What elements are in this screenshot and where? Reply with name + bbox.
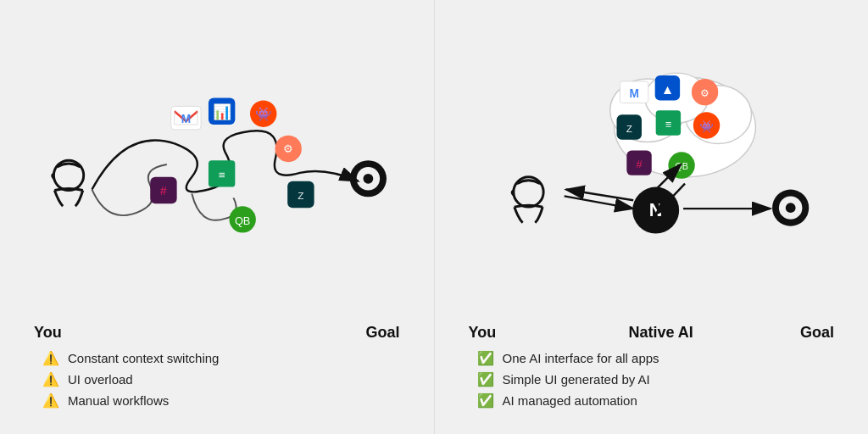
right-bullets: ✅ One AI interface for all apps ✅ Simple… xyxy=(460,342,843,417)
svg-text:▲: ▲ xyxy=(660,82,674,97)
svg-text:📊: 📊 xyxy=(213,103,232,121)
right-bullet-2: ✅ Simple UI generated by AI xyxy=(477,371,826,387)
warning-icon-2: ⚠️ xyxy=(42,371,59,387)
right-bullet-1: ✅ One AI interface for all apps xyxy=(477,350,826,366)
native-ai-node: N xyxy=(632,187,679,234)
right-bullet-text-2: Simple UI generated by AI xyxy=(503,372,650,387)
right-diagram-svg: M ▲ ⚙ Z xyxy=(460,58,843,279)
right-labels-row: You Native AI Goal xyxy=(460,324,843,342)
left-bullet-text-2: UI overload xyxy=(68,372,133,387)
svg-text:≡: ≡ xyxy=(665,118,670,131)
right-bullet-text-1: One AI interface for all apps xyxy=(503,351,659,365)
svg-text:M: M xyxy=(181,113,191,125)
left-bullet-text-3: Manual workflows xyxy=(68,393,169,408)
right-native-label: Native AI xyxy=(628,324,693,342)
left-you-label: You xyxy=(34,324,62,342)
svg-text:👾: 👾 xyxy=(699,120,715,134)
warning-icon-1: ⚠️ xyxy=(42,350,59,366)
left-bullet-text-1: Constant context switching xyxy=(68,351,219,365)
left-person xyxy=(52,160,83,206)
left-panel: M 📊 👾 ⚙ ≡ xyxy=(0,0,435,434)
left-goal-label: Goal xyxy=(365,324,399,342)
svg-text:👾: 👾 xyxy=(255,106,272,122)
svg-text:⚙: ⚙ xyxy=(283,142,293,155)
left-goal xyxy=(350,160,387,197)
right-goal xyxy=(772,190,809,226)
left-bullet-2: ⚠️ UI overload xyxy=(42,371,392,387)
svg-text:QB: QB xyxy=(235,214,250,227)
check-icon-2: ✅ xyxy=(477,371,494,387)
right-bullet-text-3: AI managed automation xyxy=(503,393,637,408)
left-diagram: M 📊 👾 ⚙ ≡ xyxy=(25,17,409,320)
svg-text:Z: Z xyxy=(626,123,632,134)
left-bullet-1: ⚠️ Constant context switching xyxy=(42,350,392,366)
left-diagram-svg: M 📊 👾 ⚙ ≡ xyxy=(25,58,409,279)
right-you-label: You xyxy=(469,324,497,342)
left-bullet-3: ⚠️ Manual workflows xyxy=(42,392,392,409)
right-person xyxy=(511,177,542,223)
right-bullet-3: ✅ AI managed automation xyxy=(477,392,826,409)
svg-text:#: # xyxy=(636,158,643,170)
svg-text:≡: ≡ xyxy=(219,169,225,181)
right-diagram: M ▲ ⚙ Z xyxy=(460,17,843,320)
left-bullets: ⚠️ Constant context switching ⚠️ UI over… xyxy=(25,342,409,417)
svg-text:#: # xyxy=(160,185,167,198)
right-panel: M ▲ ⚙ Z xyxy=(435,0,869,434)
svg-text:⚙: ⚙ xyxy=(700,87,709,98)
svg-text:Z: Z xyxy=(298,190,303,201)
warning-icon-3: ⚠️ xyxy=(42,392,59,409)
svg-point-52 xyxy=(785,203,795,213)
check-icon-3: ✅ xyxy=(477,392,494,409)
cloud-apps: M ▲ ⚙ Z xyxy=(609,73,755,179)
right-goal-label: Goal xyxy=(800,324,834,342)
left-labels-row: You Goal xyxy=(25,324,409,342)
check-icon-1: ✅ xyxy=(477,350,494,366)
svg-text:M: M xyxy=(629,87,638,100)
svg-point-3 xyxy=(363,174,373,184)
